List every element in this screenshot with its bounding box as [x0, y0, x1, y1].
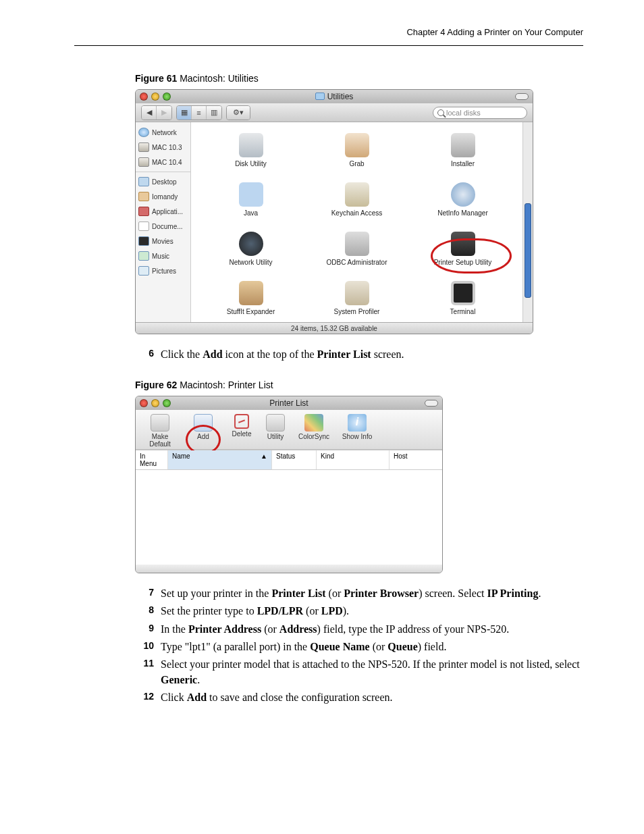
app-label: Installer	[451, 160, 475, 167]
step-text: Click Add to save and close the configur…	[161, 689, 583, 705]
app-stuffit[interactable]: StuffIt Expander	[198, 281, 304, 315]
colorsync-button[interactable]: ColorSync	[295, 414, 333, 448]
annotation-circle	[431, 238, 512, 273]
column-view-button[interactable]: ▥	[207, 106, 221, 120]
step-number: 9	[142, 623, 154, 637]
system-profiler-icon	[345, 281, 369, 305]
sidebar-item-music[interactable]: Music	[136, 249, 190, 263]
app-java[interactable]: Java	[198, 182, 304, 217]
step-number: 6	[142, 348, 154, 362]
delete-button[interactable]: Delete	[227, 414, 256, 448]
sidebar-item-home[interactable]: Iomandy	[136, 189, 190, 204]
app-network-utility[interactable]: Network Utility	[198, 232, 304, 266]
sidebar-label: MAC 10.4	[152, 159, 182, 166]
col-inmenu[interactable]: In Menu	[136, 450, 168, 469]
app-label: Keychain Access	[331, 209, 383, 217]
page-header: Chapter 4 Adding a Printer on Your Compu…	[74, 27, 583, 46]
forward-button[interactable]: ▶	[157, 106, 171, 120]
app-label: ODBC Administrator	[326, 259, 387, 266]
sidebar-separator	[136, 172, 190, 172]
plist-resize[interactable]	[136, 565, 442, 573]
col-host[interactable]: Host	[390, 450, 442, 469]
step-12: 12 Click Add to save and close the confi…	[142, 689, 583, 705]
app-grab[interactable]: Grab	[304, 133, 410, 167]
plist-title: Printer List	[136, 398, 442, 408]
sidebar-label: Applicati...	[152, 208, 183, 215]
sidebar-item-disk2[interactable]: MAC 10.4	[136, 155, 190, 170]
sidebar-label: Movies	[152, 238, 173, 245]
titlebar: Utilities	[136, 90, 533, 103]
search-input[interactable]: local disks	[433, 107, 527, 119]
app-system-profiler[interactable]: System Profiler	[304, 281, 410, 315]
toolbar-label: ColorSync	[298, 433, 329, 440]
back-button[interactable]: ◀	[142, 106, 157, 120]
col-kind[interactable]: Kind	[317, 450, 390, 469]
app-label: StuffIt Expander	[227, 308, 275, 315]
toolbar-label: Utility	[267, 433, 284, 440]
app-terminal[interactable]: Terminal	[410, 281, 516, 315]
step-number: 10	[142, 640, 154, 654]
step-7: 7 Set up your printer in the Printer Lis…	[142, 585, 583, 601]
step-text: Set up your printer in the Printer List …	[161, 585, 583, 601]
grab-icon	[345, 133, 369, 157]
app-label: Java	[244, 209, 258, 217]
figure62-title: Macintosh: Printer List	[177, 380, 273, 390]
step-6: 6 Click the Add icon at the top of the P…	[142, 346, 583, 362]
delete-icon	[234, 414, 249, 429]
finder-toolbar: ◀ ▶ ▦ ≡ ▥ ⚙▾ local disks	[136, 103, 533, 122]
scrollbar-thumb[interactable]	[525, 203, 531, 298]
utility-button[interactable]: Utility	[261, 414, 290, 448]
utility-icon	[266, 414, 285, 432]
figure62-caption: Figure 62 Macintosh: Printer List	[135, 380, 583, 390]
globe-icon	[138, 128, 149, 137]
step-10: 10 Type "lpt1" (a parallel port) in the …	[142, 639, 583, 654]
step-text: In the Printer Address (or Address) fiel…	[161, 621, 583, 637]
music-icon	[138, 251, 149, 261]
step-text: Select your printer model that is attach…	[161, 656, 583, 687]
netinfo-icon	[451, 182, 475, 207]
col-status[interactable]: Status	[272, 450, 317, 469]
app-odbc[interactable]: ODBC Administrator	[304, 232, 410, 266]
list-view-button[interactable]: ≡	[192, 106, 207, 120]
sidebar-item-disk1[interactable]: MAC 10.3	[136, 140, 190, 155]
sidebar-label: Music	[152, 253, 169, 260]
pictures-icon	[138, 266, 149, 276]
app-installer[interactable]: Installer	[410, 133, 516, 167]
show-info-button[interactable]: Show Info	[338, 414, 376, 448]
figure61-title: Macintosh: Utilities	[177, 73, 259, 84]
step-11: 11 Select your printer model that is att…	[142, 656, 583, 687]
sidebar-item-apps[interactable]: Applicati...	[136, 204, 190, 219]
sidebar-label: MAC 10.3	[152, 144, 182, 151]
sidebar-item-pictures[interactable]: Pictures	[136, 263, 190, 278]
info-icon	[348, 414, 367, 432]
colorsync-icon	[304, 414, 323, 432]
col-name[interactable]: Name▲	[168, 450, 272, 469]
sidebar-item-movies[interactable]: Movies	[136, 234, 190, 249]
step-number: 11	[142, 658, 154, 687]
app-label: Network Utility	[230, 259, 273, 266]
sidebar-item-docs[interactable]: Docume...	[136, 219, 190, 234]
step-text: Type "lpt1" (a parallel port) in the Que…	[161, 639, 583, 654]
plist-toolbar: Make Default Add Delete Utility ColorSyn…	[136, 410, 442, 450]
make-default-button[interactable]: Make Default	[141, 414, 179, 448]
app-netinfo[interactable]: NetInfo Manager	[410, 182, 516, 217]
app-label: Terminal	[450, 308, 476, 315]
sidebar-item-desktop[interactable]: Desktop	[136, 174, 190, 189]
sidebar-label: Network	[152, 129, 177, 136]
plist-body	[136, 470, 442, 565]
disk-icon	[138, 157, 149, 167]
installer-icon	[451, 133, 475, 157]
sidebar-item-network[interactable]: Network	[136, 125, 190, 140]
sort-asc-icon: ▲	[261, 452, 267, 460]
view-group: ▦ ≡ ▥	[176, 105, 222, 120]
figure61-num: Figure 61	[135, 73, 177, 84]
stuffit-icon	[239, 281, 263, 305]
app-disk-utility[interactable]: Disk Utility	[198, 133, 304, 167]
toolbar-label: Make Default	[149, 433, 171, 448]
app-keychain[interactable]: Keychain Access	[304, 182, 410, 217]
printer-list-window: Printer List Make Default Add Delete Uti…	[135, 396, 443, 573]
scrollbar[interactable]	[522, 122, 533, 322]
icon-view-button[interactable]: ▦	[177, 106, 192, 120]
icon-grid: Disk Utility Grab Installer Java Keychai…	[191, 122, 522, 322]
action-button[interactable]: ⚙▾	[227, 106, 250, 120]
